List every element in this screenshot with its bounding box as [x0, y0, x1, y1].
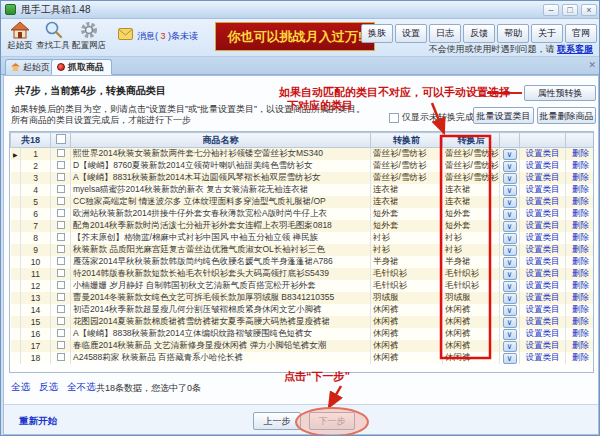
set-category-link[interactable]: 设置类目	[526, 196, 560, 206]
table-row[interactable]: 8【芥末原创】格物蓝/棉麻中式衬衫中国风 中袖五分袖立领 禅民族衬衫衬衫∨设置类…	[11, 232, 595, 244]
table-row[interactable]: 7配角2014秋季新款时尚活泼七分袖开衫外套女连帽上衣羽毛图案0818短外套短外…	[11, 220, 595, 232]
set-category-link[interactable]: 设置类目	[526, 172, 560, 182]
set-category-link[interactable]: 设置类目	[526, 220, 560, 230]
delete-link[interactable]: 删除	[572, 340, 589, 350]
delete-link[interactable]: 删除	[572, 172, 589, 182]
delete-link[interactable]: 删除	[572, 268, 589, 278]
batch-set-category-button[interactable]: 批量设置类目	[473, 107, 534, 124]
row-checkbox[interactable]	[57, 317, 65, 325]
delete-link[interactable]: 删除	[572, 244, 589, 254]
column-header-name[interactable]: 商品名称	[71, 133, 371, 148]
set-category-link[interactable]: 设置类目	[526, 208, 560, 218]
select-none-link[interactable]: 全不选	[67, 381, 96, 394]
delete-link[interactable]: 删除	[572, 352, 589, 362]
delete-link[interactable]: 删除	[572, 208, 589, 218]
delete-link[interactable]: 删除	[572, 304, 589, 314]
table-row[interactable]: 14初语2014秋季新款超显瘦几何分割压皱褶棉质紧身休闲文艺小脚裤休闲裤休闲裤∨…	[11, 304, 595, 316]
set-category-link[interactable]: 设置类目	[526, 280, 560, 290]
table-row[interactable]: 3A【峻峭】8831秋装新款2014木耳边圆领风琴褶长袖双层雪纺衫女蕾丝衫/雪纺…	[11, 172, 595, 184]
category-dropdown[interactable]: ∨	[503, 317, 517, 328]
category-dropdown[interactable]: ∨	[503, 149, 517, 160]
category-dropdown[interactable]: ∨	[503, 281, 517, 292]
row-checkbox[interactable]	[57, 185, 65, 193]
table-row[interactable]: ▶1熙世界2014秋装女装新款两件套七分袖衬衫领镂空蕾丝衫女MS340蕾丝衫/雪…	[11, 148, 595, 161]
row-checkbox[interactable]	[57, 221, 65, 229]
row-checkbox[interactable]	[57, 341, 65, 349]
table-row[interactable]: 2D【峻峭】8760夏装新款2014立领荷叶喇叭袖甜美纯色雪纺衫女蕾丝衫/雪纺衫…	[11, 160, 595, 172]
category-dropdown[interactable]: ∨	[503, 197, 517, 208]
set-category-link[interactable]: 设置类目	[526, 328, 560, 338]
table-row[interactable]: 18A24588莉家 秋装新品 百搭藏青系小哈伦长裤休闲裤休闲裤∨设置类目删除	[11, 352, 595, 364]
row-checkbox[interactable]	[57, 149, 65, 157]
delete-link[interactable]: 删除	[572, 280, 589, 290]
set-category-link[interactable]: 设置类目	[526, 256, 560, 266]
row-checkbox[interactable]	[57, 257, 65, 265]
filter-checkbox[interactable]	[389, 113, 399, 123]
batch-delete-button[interactable]: 批量删除商品	[537, 107, 596, 124]
set-category-link[interactable]: 设置类目	[526, 304, 560, 314]
help-button[interactable]: 帮助	[497, 24, 529, 43]
settings-button[interactable]: 设置	[395, 24, 427, 43]
close-button[interactable]: ×	[581, 4, 597, 16]
previous-step-button[interactable]: 上一步	[253, 412, 301, 430]
set-category-link[interactable]: 设置类目	[526, 184, 560, 194]
tab-fetch-products[interactable]: 抓取商品	[51, 59, 112, 75]
about-button[interactable]: 关于	[531, 24, 563, 43]
row-checkbox[interactable]	[57, 245, 65, 253]
restart-link[interactable]: 重新开始	[19, 415, 57, 428]
pre-convert-button[interactable]: 属性预转换	[524, 85, 596, 101]
toolbar-item-home[interactable]: 起始页	[5, 21, 35, 52]
category-dropdown[interactable]: ∨	[503, 221, 517, 232]
row-checkbox[interactable]	[57, 305, 65, 313]
feedback-button[interactable]: 反馈	[463, 24, 495, 43]
row-checkbox[interactable]	[57, 281, 65, 289]
row-checkbox[interactable]	[57, 329, 65, 337]
table-row[interactable]: 9秋装新款 品质阳光麻宫廷复古蕾丝边优雅气质淑女OL长袖衬衫三色衬衫衬衫∨设置类…	[11, 244, 595, 256]
row-checkbox[interactable]	[57, 197, 65, 205]
row-checkbox[interactable]	[57, 293, 65, 301]
promo-banner[interactable]: 你也可以挑战月入过万!	[215, 22, 375, 51]
set-category-link[interactable]: 设置类目	[526, 160, 560, 170]
minimize-button[interactable]: –	[543, 4, 559, 16]
website-button[interactable]: 官网	[565, 24, 597, 43]
category-dropdown[interactable]: ∨	[503, 329, 517, 340]
delete-link[interactable]: 删除	[572, 232, 589, 242]
table-row[interactable]: 5CC独家高端定制 情迷波尔多 立体纹理面料多穿油型气质礼服裙/OP连衣裙连衣裙…	[11, 196, 595, 208]
delete-link[interactable]: 删除	[572, 220, 589, 230]
category-dropdown[interactable]: ∨	[503, 269, 517, 280]
category-dropdown[interactable]: ∨	[503, 161, 517, 172]
table-row[interactable]: 16A【峻峭】8838秋装新款2014立体编织纹路褶皱腰围纯色短裤女休闲裤休闲裤…	[11, 328, 595, 340]
category-dropdown[interactable]: ∨	[503, 173, 517, 184]
category-dropdown[interactable]: ∨	[503, 353, 517, 364]
delete-link[interactable]: 删除	[572, 328, 589, 338]
toolbar-item-config[interactable]: 配置网店	[71, 21, 107, 52]
category-dropdown[interactable]: ∨	[503, 341, 517, 352]
delete-link[interactable]: 删除	[572, 256, 589, 266]
set-category-link[interactable]: 设置类目	[526, 232, 560, 242]
set-category-link[interactable]: 设置类目	[526, 352, 560, 362]
toolbar-item-search[interactable]: 查找工具	[36, 21, 70, 52]
category-dropdown[interactable]: ∨	[503, 305, 517, 316]
table-row[interactable]: 4myelsa猫蜜莎2014秋装新款的新衣 复古女装清新花无袖连衣裙连衣裙连衣裙…	[11, 184, 595, 196]
delete-link[interactable]: 删除	[572, 148, 589, 158]
maximize-button[interactable]: □	[562, 4, 578, 16]
row-checkbox[interactable]	[57, 173, 65, 181]
table-row[interactable]: 15花图园2014夏装新款棉质裙裤雪纺裤裙女夏季高腰大码热裤显瘦裤裙休闲裤休闲裤…	[11, 316, 595, 328]
delete-link[interactable]: 删除	[572, 184, 589, 194]
select-all-checkbox[interactable]	[56, 134, 66, 144]
row-checkbox[interactable]	[57, 209, 65, 217]
skin-button[interactable]: 换肤	[361, 24, 393, 43]
invert-selection-link[interactable]: 反选	[39, 381, 58, 394]
log-button[interactable]: 日志	[429, 24, 461, 43]
category-dropdown[interactable]: ∨	[503, 257, 517, 268]
column-header-after[interactable]: 转换后	[443, 133, 500, 148]
delete-link[interactable]: 删除	[572, 160, 589, 170]
row-checkbox[interactable]	[57, 233, 65, 241]
tab-close-icon[interactable]: ✕	[588, 60, 596, 70]
table-row[interactable]: 17春临鹿2014秋装新品 文艺清新修身显瘦休闲裤 弹力小脚铅笔裤女潮休闲裤休闲…	[11, 340, 595, 352]
table-row[interactable]: 10雁荡家2014早秋秋装新款韩版简约纯色收腰名媛气质半身蓬蓬裙A786半身裙半…	[11, 256, 595, 268]
table-row[interactable]: 13曹曼2014冬装新款女纯色文艺可拆毛领长款加厚羽绒服 B8341210355…	[11, 292, 595, 304]
category-dropdown[interactable]: ∨	[503, 245, 517, 256]
category-dropdown[interactable]: ∨	[503, 233, 517, 244]
table-row[interactable]: 12小楠姗姗 岁月静好 自制韩国初秋文艺清新气质百搭宽松开衫外套毛针织衫毛针织衫…	[11, 280, 595, 292]
